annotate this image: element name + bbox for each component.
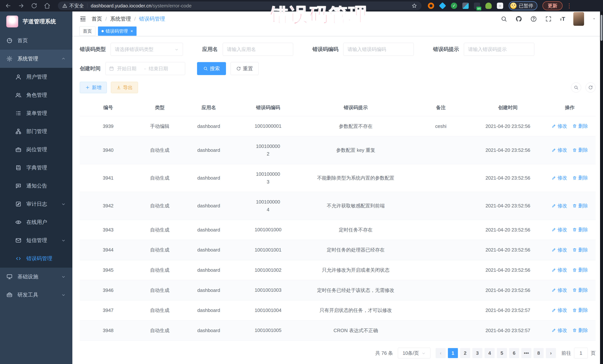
breadcrumb-item[interactable]: 首页: [92, 15, 102, 22]
home-icon[interactable]: [44, 2, 50, 9]
delete-link[interactable]: 删除: [572, 267, 588, 273]
delete-link[interactable]: 删除: [572, 175, 588, 181]
page-button-6[interactable]: 6: [509, 348, 519, 358]
sidebar-item-菜单管理[interactable]: 菜单管理: [0, 104, 72, 122]
browser-update-button[interactable]: 更新: [543, 1, 563, 10]
scrollbar-thumb[interactable]: [601, 15, 603, 41]
github-icon[interactable]: [515, 16, 522, 22]
toggle-search-button[interactable]: [571, 82, 581, 92]
close-icon[interactable]: ×: [130, 29, 133, 34]
delete-label: 删除: [578, 175, 588, 181]
sidebar-item-研发工具[interactable]: 研发工具: [0, 286, 72, 304]
error-code-input[interactable]: [348, 46, 409, 52]
user-icon: [15, 74, 22, 80]
pager-ellipsis[interactable]: •••: [521, 348, 531, 358]
cell-actions: 修改删除: [544, 240, 596, 260]
date-range-picker[interactable]: 开始日期 - 结束日期: [105, 62, 185, 75]
sidebar-item-错误码管理[interactable]: 错误码管理: [0, 249, 72, 268]
edit-link[interactable]: 修改: [552, 247, 567, 253]
delete-link[interactable]: 删除: [572, 123, 588, 129]
page-button-5[interactable]: 5: [497, 348, 507, 358]
address-bar[interactable]: 不安全 dashboard.yudao.iocoder.cn /system/e…: [58, 1, 422, 10]
page-button-2[interactable]: 2: [460, 348, 470, 358]
sidebar-item-短信管理[interactable]: 短信管理: [0, 231, 72, 249]
page-size-select[interactable]: 10条/页: [398, 348, 430, 358]
back-icon[interactable]: [5, 2, 12, 9]
breadcrumb-item[interactable]: 错误码管理: [139, 15, 165, 22]
sidebar-item-系统管理[interactable]: 系统管理: [0, 50, 72, 68]
user-avatar[interactable]: [573, 12, 584, 26]
refresh-table-button[interactable]: [586, 82, 596, 92]
sidebar-item-通知公告[interactable]: 通知公告: [0, 177, 72, 195]
breadcrumb-item[interactable]: 系统管理: [110, 15, 131, 22]
search-icon[interactable]: [500, 16, 507, 22]
edit-link[interactable]: 修改: [552, 287, 567, 293]
delete-link[interactable]: 删除: [572, 287, 588, 293]
profile-label: 已暂停: [519, 3, 533, 9]
extension-icon-grid[interactable]: [462, 3, 469, 9]
avatar-caret-icon[interactable]: [592, 17, 596, 21]
reload-icon[interactable]: [31, 2, 37, 9]
extensions-puzzle-icon[interactable]: [497, 3, 503, 9]
edit-link[interactable]: 修改: [552, 175, 567, 181]
sidebar-item-部门管理[interactable]: 部门管理: [0, 122, 72, 141]
delete-link[interactable]: 删除: [572, 226, 588, 233]
page-button-4[interactable]: 4: [485, 348, 495, 358]
forward-icon[interactable]: [18, 2, 24, 9]
font-size-icon[interactable]: тT: [560, 16, 565, 22]
extension-icon-green[interactable]: [485, 3, 492, 9]
delete-link[interactable]: 删除: [572, 327, 588, 334]
edit-link[interactable]: 修改: [552, 147, 567, 153]
sidebar-item-在线用户[interactable]: 在线用户: [0, 213, 72, 231]
extension-icon-gem[interactable]: [439, 2, 446, 9]
delete-link[interactable]: 删除: [572, 147, 588, 153]
error-hint-input[interactable]: [468, 46, 530, 52]
tags-view-bar: 首页错误码管理×: [72, 26, 603, 36]
sidebar-item-审计日志[interactable]: 审计日志: [0, 195, 72, 213]
reset-button[interactable]: 重置: [231, 62, 259, 75]
sidebar-item-字典管理[interactable]: 字典管理: [0, 159, 72, 177]
page-button-8[interactable]: 8: [533, 348, 544, 358]
fullscreen-icon[interactable]: [545, 16, 552, 22]
page-button-1[interactable]: 1: [448, 348, 458, 358]
sidebar-toggle-icon[interactable]: [79, 15, 86, 22]
goto-page-input[interactable]: [574, 348, 588, 358]
prev-page-button[interactable]: ‹: [436, 348, 446, 358]
browser-menu-icon[interactable]: ⋮: [566, 2, 573, 9]
cell-id: 3941: [80, 164, 137, 192]
edit-link[interactable]: 修改: [552, 327, 567, 334]
app-name-input[interactable]: [227, 46, 289, 52]
sidebar-item-基础设施[interactable]: 基础设施: [0, 268, 72, 286]
page-button-3[interactable]: 3: [472, 348, 482, 358]
search-button[interactable]: 搜索: [197, 62, 226, 75]
extension-icon-on-badge[interactable]: [474, 3, 480, 9]
edit-link[interactable]: 修改: [552, 307, 567, 313]
edit-link[interactable]: 修改: [552, 203, 567, 209]
cell-type: 自动生成: [137, 320, 183, 341]
extension-icon-donut[interactable]: [428, 3, 434, 9]
cell-code: 100100000 3: [234, 164, 302, 192]
edit-link[interactable]: 修改: [552, 267, 567, 273]
sidebar-item-角色管理[interactable]: 角色管理: [0, 86, 72, 104]
bookmark-star-icon[interactable]: [412, 3, 417, 9]
next-page-button[interactable]: ›: [546, 348, 556, 358]
help-icon[interactable]: [530, 16, 537, 22]
delete-link[interactable]: 删除: [572, 307, 588, 313]
tag-首页[interactable]: 首页: [79, 26, 95, 36]
delete-link[interactable]: 删除: [572, 203, 588, 209]
add-button[interactable]: 新增: [80, 82, 107, 93]
page-scrollbar[interactable]: [600, 11, 603, 364]
edit-link[interactable]: 修改: [552, 123, 567, 129]
column-header-操作: 操作: [544, 99, 596, 116]
sidebar-item-用户管理[interactable]: 用户管理: [0, 68, 72, 86]
sidebar-item-岗位管理[interactable]: 岗位管理: [0, 141, 72, 159]
delete-link[interactable]: 删除: [572, 247, 588, 253]
export-button[interactable]: 导出: [111, 82, 138, 93]
tag-错误码管理[interactable]: 错误码管理×: [98, 26, 137, 36]
sidebar-logo-row[interactable]: 芋道管理系统: [0, 11, 72, 32]
extension-icon-check[interactable]: ✓: [451, 3, 457, 9]
error-type-select[interactable]: 请选择错误码类型: [111, 43, 183, 56]
edit-link[interactable]: 修改: [552, 226, 567, 233]
sidebar-item-首页[interactable]: 首页: [0, 32, 72, 50]
browser-profile-button[interactable]: 已暂停: [509, 1, 537, 10]
